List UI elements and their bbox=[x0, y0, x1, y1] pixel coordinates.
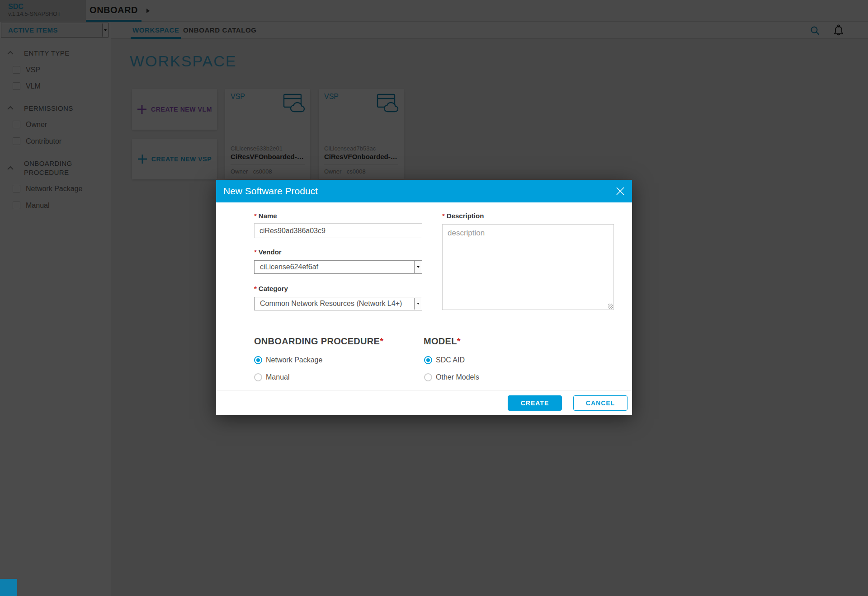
new-software-product-modal: New Software Product *Name *Vendor ciLic… bbox=[216, 180, 632, 415]
radio-manual[interactable]: Manual bbox=[254, 373, 289, 382]
onboarding-procedure-title-text: ONBOARDING PROCEDURE bbox=[254, 336, 380, 346]
required-asterisk: * bbox=[380, 336, 383, 346]
modal-body: *Name *Vendor ciLicense624ef6af *Categor… bbox=[216, 202, 632, 390]
radio-label: SDC AID bbox=[436, 356, 465, 364]
radio-network-package[interactable]: Network Package bbox=[254, 356, 322, 365]
sdc-app: SDC v.1.14.5-SNAPSHOT ONBOARD WORKSPACE … bbox=[0, 0, 868, 596]
create-button[interactable]: CREATE bbox=[508, 395, 562, 411]
radio-unselected-icon[interactable] bbox=[254, 373, 262, 381]
category-select[interactable]: Common Network Resources (Network L4+) bbox=[254, 297, 422, 310]
close-icon[interactable] bbox=[616, 187, 624, 195]
vendor-label-text: Vendor bbox=[259, 248, 282, 256]
cancel-button[interactable]: CANCEL bbox=[573, 395, 627, 411]
radio-selected-icon[interactable] bbox=[424, 356, 432, 364]
select-dropdown-icon[interactable] bbox=[414, 261, 421, 273]
category-label: *Category bbox=[254, 285, 288, 292]
radio-label: Manual bbox=[266, 373, 289, 381]
corner-blue-button[interactable] bbox=[0, 579, 17, 596]
radio-label: Network Package bbox=[266, 356, 322, 364]
model-title-text: MODEL bbox=[424, 336, 457, 346]
description-label: *Description bbox=[442, 212, 484, 220]
required-asterisk: * bbox=[254, 248, 257, 256]
vendor-select[interactable]: ciLicense624ef6af bbox=[254, 260, 422, 274]
onboarding-procedure-title: ONBOARDING PROCEDURE* bbox=[254, 336, 383, 347]
name-label: *Name bbox=[254, 212, 277, 220]
modal-header: New Software Product bbox=[216, 180, 632, 202]
description-textarea[interactable] bbox=[442, 224, 614, 310]
category-label-text: Category bbox=[259, 285, 288, 292]
model-title: MODEL* bbox=[424, 336, 461, 347]
vendor-select-value: ciLicense624ef6af bbox=[260, 263, 318, 271]
name-input[interactable] bbox=[254, 223, 422, 238]
vendor-label: *Vendor bbox=[254, 248, 282, 256]
required-asterisk: * bbox=[442, 212, 445, 220]
modal-footer: CREATE CANCEL bbox=[216, 390, 632, 415]
required-asterisk: * bbox=[254, 212, 257, 220]
radio-unselected-icon[interactable] bbox=[424, 373, 432, 381]
select-dropdown-icon[interactable] bbox=[414, 298, 421, 310]
required-asterisk: * bbox=[254, 285, 257, 292]
radio-selected-icon[interactable] bbox=[254, 356, 262, 364]
category-select-value: Common Network Resources (Network L4+) bbox=[260, 300, 402, 307]
name-label-text: Name bbox=[259, 212, 277, 220]
description-label-text: Description bbox=[447, 212, 484, 220]
radio-sdc-aid[interactable]: SDC AID bbox=[424, 356, 465, 365]
modal-title: New Software Product bbox=[223, 180, 318, 202]
radio-other-models[interactable]: Other Models bbox=[424, 373, 479, 382]
radio-label: Other Models bbox=[436, 373, 479, 381]
required-asterisk: * bbox=[457, 336, 461, 346]
